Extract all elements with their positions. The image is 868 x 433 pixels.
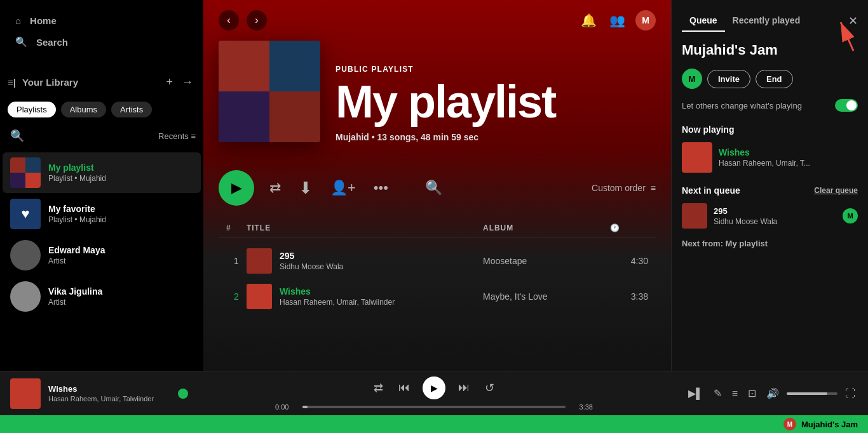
artist-avatar-edward [10,240,41,270]
friends-button[interactable]: 👥 [607,10,628,30]
library-add-button[interactable]: + [163,73,175,91]
queue-user-avatar: M [843,208,858,223]
total-time: 3:38 [571,403,593,411]
queue-track-name-1: 295 [714,206,836,216]
play-pause-button[interactable]: ▶ [423,376,445,399]
end-button[interactable]: End [756,70,793,88]
playback-controls: ⇄ ⏮ ▶ ⏭ ↺ [371,376,497,399]
shuffle-button[interactable]: ⇄ [267,177,283,199]
fullscreen-button[interactable]: ⛶ [843,385,858,402]
invite-button[interactable]: Invite [707,70,750,88]
jam-info-row: Let others change what's playing [682,99,858,112]
playlist-play-button[interactable]: ▶ [219,170,254,206]
library-expand-button[interactable]: → [179,73,196,91]
search-tracks-button[interactable]: 🔍 [423,177,445,199]
lib-item-name-3: Edward Maya [48,245,193,255]
library-item-edward-maya[interactable]: Edward Maya Artist [3,235,201,276]
library-icon: ≡| [8,77,16,88]
next-queue-label: Next in queue [682,185,740,196]
back-button[interactable]: ‹ [219,10,239,30]
sidebar-item-home[interactable]: ⌂ Home [8,10,196,31]
artist-avatar-vika [10,281,41,312]
search-icon: 🔍 [15,36,27,48]
progress-fill [302,406,308,408]
track-duration-1: 4:30 [610,256,648,266]
close-panel-button[interactable]: ✕ [848,14,858,28]
clear-queue-button[interactable]: Clear queue [814,186,858,195]
queue-track-artist-1: Sidhu Moose Wala [714,217,836,226]
main-content: ‹ › 🔔 👥 M Public Playlist My playlist [203,0,671,371]
bottom-track-thumb [10,378,41,409]
sidebar-item-search[interactable]: 🔍 Search [8,31,196,53]
track-artist-1: Sidhu Moose Wala [280,262,343,271]
queue-item-295[interactable]: 295 Sidhu Moose Wala M [682,203,858,229]
lyrics-button[interactable]: ✎ [711,385,724,402]
now-playing-bottom: Wishes Hasan Raheem, Umair, Talwiinder [10,378,188,409]
track-info-2: Wishes Hasan Raheem, Umair, Talwiinder [247,284,483,309]
filter-artists-button[interactable]: Artists [111,102,152,117]
jam-toggle[interactable] [835,99,858,112]
repeat-button[interactable]: ↺ [482,378,497,397]
tab-queue[interactable]: Queue [682,10,725,32]
volume-slider[interactable] [787,392,837,395]
jam-bar[interactable]: M Mujahid's Jam [0,415,868,433]
track-num-1: 1 [226,256,247,266]
forward-button[interactable]: › [247,10,267,30]
next-from-label: Next from: My playlist [682,239,858,248]
table-row[interactable]: 2 Wishes Hasan Raheem, Umair, Talwiinder… [219,279,656,314]
filter-playlists-button[interactable]: Playlists [8,102,56,117]
playlist-hero: Public Playlist My playlist Mujahid • 13… [203,41,671,157]
now-playing-item: Wishes Hasan Raheem, Umair, T... [682,142,858,173]
playlist-thumb-2: ♥ [10,199,41,229]
col-album: Album [483,223,610,232]
top-bar: ‹ › 🔔 👥 M [203,0,671,41]
volume-button[interactable]: 🔊 [764,385,782,402]
sidebar: ⌂ Home 🔍 Search ≡| Your Library + → Play… [0,0,203,371]
connect-button[interactable]: ⊡ [745,385,759,402]
lib-item-sub-2: Playlist • Mujahid [48,215,193,224]
library-item-my-playlist[interactable]: My playlist Playlist • Mujahid [3,152,201,193]
queue-thumb-1 [682,203,707,229]
filter-albums-button[interactable]: Albums [61,102,106,117]
progress-bar[interactable] [302,406,566,408]
notification-button[interactable]: 🔔 [578,10,599,30]
library-item-vika[interactable]: Vika Jigulina Artist [3,276,201,317]
library-list: My playlist Playlist • Mujahid ♥ My favo… [0,149,203,371]
track-album-1: Moosetape [483,256,610,266]
jam-user-avatar: M [682,69,702,89]
next-button[interactable]: ⏭ [456,378,472,397]
playlist-song-count: 13 songs, 48 min 59 sec [377,132,479,142]
playlist-type: Public Playlist [336,65,555,74]
current-time: 0:00 [275,403,297,411]
lib-item-sub-3: Artist [48,256,193,265]
queue-button[interactable]: ≡ [729,385,740,402]
jam-info-text: Let others change what's playing [682,101,802,110]
custom-order-button[interactable]: Custom order ≡ [592,183,656,193]
library-search-button[interactable]: 🔍 [8,126,27,145]
volume-fill [787,392,827,395]
now-playing-title: Wishes [719,147,810,157]
lib-item-sub-4: Artist [48,298,193,307]
track-thumb-1 [247,248,272,274]
bottom-bar: Wishes Hasan Raheem, Umair, Talwiinder ⇄… [0,371,868,415]
now-playing-thumb [682,142,712,173]
track-name-2: Wishes [280,286,395,296]
lib-item-name-2: My favorite [48,204,193,214]
follow-button[interactable]: 👤+ [328,177,358,199]
prev-button[interactable]: ⏮ [396,378,412,397]
playlist-controls: ▶ ⇄ ⬇ 👤+ ••• 🔍 Custom order ≡ [203,157,671,218]
col-duration: 🕐 [610,223,648,232]
bottom-track-title: Wishes [48,384,170,394]
user-avatar[interactable]: M [635,10,656,30]
tab-recently-played[interactable]: Recently played [725,10,808,32]
table-row[interactable]: 1 295 Sidhu Moose Wala Moosetape 4:30 [219,243,656,279]
download-button[interactable]: ⬇ [296,176,315,201]
more-options-button[interactable]: ••• [371,177,391,199]
now-playing-view-button[interactable]: ▶▌ [686,385,705,402]
col-title: Title [247,223,483,232]
shuffle-bottom-button[interactable]: ⇄ [371,378,386,397]
library-item-my-favorite[interactable]: ♥ My favorite Playlist • Mujahid [3,194,201,234]
bottom-center: ⇄ ⏮ ▶ ⏭ ↺ 0:00 3:38 [198,376,670,411]
queue-header: Next in queue Clear queue [682,185,858,196]
bottom-right: ▶▌ ✎ ≡ ⊡ 🔊 ⛶ [680,385,858,402]
